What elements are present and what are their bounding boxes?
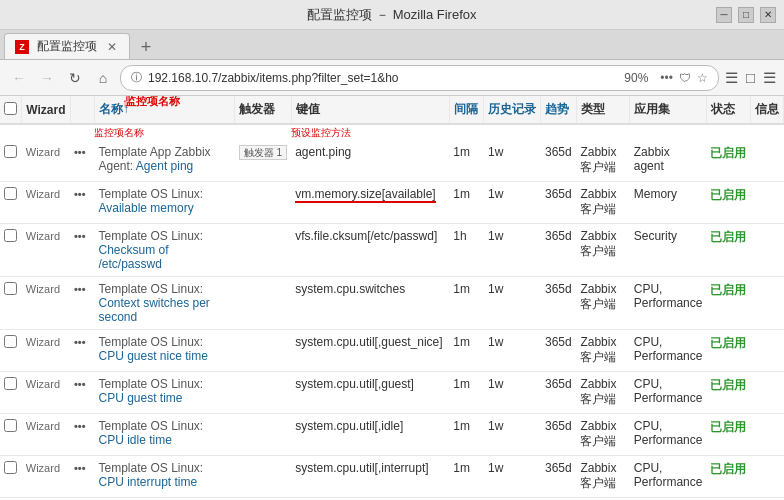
address-field[interactable]: ⓘ 192.168.10.7/zabbix/items.php?filter_s… — [120, 65, 719, 91]
item-trend: 365d — [545, 282, 572, 296]
th-trigger: 触发器 — [235, 96, 291, 124]
tabs-icon[interactable]: □ — [746, 69, 755, 86]
row-checkbox[interactable] — [4, 229, 17, 242]
title-bar: 配置监控项 － Mozilla Firefox ─ □ ✕ — [0, 0, 784, 30]
item-status: 已启用 — [710, 283, 746, 297]
item-type: Zabbix 客户端 — [580, 419, 616, 448]
item-history: 1w — [488, 145, 503, 159]
table-row: Wizard•••Template OS Linux: CPU interrup… — [0, 456, 784, 498]
item-interval: 1m — [453, 187, 470, 201]
item-status: 已启用 — [710, 336, 746, 350]
menu-icon[interactable]: ☰ — [763, 69, 776, 87]
row-actions-button[interactable]: ••• — [74, 188, 86, 200]
item-status: 已启用 — [710, 146, 746, 160]
row-checkbox[interactable] — [4, 461, 17, 474]
th-interval: 间隔 — [449, 96, 484, 124]
item-key: vfs.file.cksum[/etc/passwd] — [295, 229, 437, 243]
active-tab[interactable]: Z 配置监控项 ✕ — [4, 33, 130, 59]
annotation-col-name: 监控项名称 — [125, 96, 180, 109]
item-appset: Zabbix agent — [634, 145, 670, 173]
item-trend: 365d — [545, 377, 572, 391]
minimize-button[interactable]: ─ — [716, 7, 732, 23]
item-name-link[interactable]: Available memory — [98, 201, 193, 215]
lock-icon: ⓘ — [131, 70, 142, 85]
tab-favicon: Z — [15, 40, 29, 54]
item-trend: 365d — [545, 419, 572, 433]
item-appset: Memory — [634, 187, 677, 201]
row-actions-button[interactable]: ••• — [74, 462, 86, 474]
star-icon[interactable]: ☆ — [697, 71, 708, 85]
item-name-link[interactable]: CPU idle time — [98, 433, 171, 447]
zoom-badge: 90% — [618, 71, 654, 85]
item-history: 1w — [488, 419, 503, 433]
refresh-button[interactable]: ↻ — [64, 67, 86, 89]
th-trend: 趋势 — [541, 96, 576, 124]
item-type: Zabbix 客户端 — [580, 282, 616, 311]
item-status: 已启用 — [710, 230, 746, 244]
th-dots — [70, 96, 94, 124]
row-checkbox[interactable] — [4, 145, 17, 158]
row-checkbox[interactable] — [4, 377, 17, 390]
item-name-link[interactable]: CPU guest nice time — [98, 349, 207, 363]
item-key: system.cpu.util[,interrupt] — [295, 461, 428, 475]
new-tab-button[interactable]: + — [134, 35, 158, 59]
item-appset: CPU, Performance — [634, 335, 703, 363]
back-button[interactable]: ← — [8, 67, 30, 89]
annotation-name-text: 监控项名称 — [94, 127, 144, 138]
item-type: Zabbix 客户端 — [580, 187, 616, 216]
table-row: Wizard•••Template OS Linux: Available me… — [0, 182, 784, 224]
forward-button[interactable]: → — [36, 67, 58, 89]
th-history: 历史记录 — [484, 96, 541, 124]
item-history: 1w — [488, 335, 503, 349]
item-status: 已启用 — [710, 188, 746, 202]
item-key: system.cpu.util[,guest] — [295, 377, 414, 391]
th-name[interactable]: 名称↑ 监控项名称 — [94, 96, 234, 124]
row-checkbox[interactable] — [4, 282, 17, 295]
wizard-icon: Wizard — [26, 188, 60, 200]
item-status: 已启用 — [710, 420, 746, 434]
table-row: Wizard•••Template OS Linux: CPU idle tim… — [0, 414, 784, 456]
item-trend: 365d — [545, 229, 572, 243]
th-info: 信息 — [750, 96, 783, 124]
row-checkbox[interactable] — [4, 335, 17, 348]
maximize-button[interactable]: □ — [738, 7, 754, 23]
item-trend: 365d — [545, 335, 572, 349]
item-history: 1w — [488, 377, 503, 391]
row-actions-button[interactable]: ••• — [74, 146, 86, 158]
ellipsis-icon[interactable]: ••• — [660, 71, 673, 85]
close-button[interactable]: ✕ — [760, 7, 776, 23]
th-type: 类型 — [576, 96, 629, 124]
row-actions-button[interactable]: ••• — [74, 230, 86, 242]
item-name-link[interactable]: CPU interrupt time — [98, 475, 197, 489]
row-actions-button[interactable]: ••• — [74, 420, 86, 432]
wizard-icon: Wizard — [26, 146, 60, 158]
item-name-link[interactable]: Agent ping — [136, 159, 193, 173]
item-name-prefix: Template OS Linux: — [98, 229, 203, 243]
item-type: Zabbix 客户端 — [580, 335, 616, 364]
annotation-key-text: 预设监控方法 — [291, 127, 351, 138]
item-name-link[interactable]: Context switches per second — [98, 296, 209, 324]
row-actions-button[interactable]: ••• — [74, 336, 86, 348]
item-type: Zabbix 客户端 — [580, 461, 616, 490]
items-table: Wizard 名称↑ 监控项名称 触发器 键值 间隔 历史记录 趋势 类型 应用… — [0, 96, 784, 500]
row-actions-button[interactable]: ••• — [74, 378, 86, 390]
sidebar-icon[interactable]: ☰ — [725, 69, 738, 87]
item-trend: 365d — [545, 461, 572, 475]
row-checkbox[interactable] — [4, 187, 17, 200]
th-appset: 应用集 — [630, 96, 707, 124]
item-appset: CPU, Performance — [634, 419, 703, 447]
select-all-checkbox[interactable] — [4, 102, 17, 115]
home-button[interactable]: ⌂ — [92, 67, 114, 89]
item-type: Zabbix 客户端 — [580, 145, 616, 174]
tab-close-button[interactable]: ✕ — [105, 40, 119, 54]
item-status: 已启用 — [710, 462, 746, 476]
wizard-icon: Wizard — [26, 230, 60, 242]
window-controls: ─ □ ✕ — [716, 7, 776, 23]
item-name-link[interactable]: CPU guest time — [98, 391, 182, 405]
trigger-badge[interactable]: 触发器 1 — [239, 145, 287, 160]
row-checkbox[interactable] — [4, 419, 17, 432]
row-actions-button[interactable]: ••• — [74, 283, 86, 295]
item-appset: Security — [634, 229, 677, 243]
item-name-link[interactable]: Checksum of /etc/passwd — [98, 243, 168, 271]
item-history: 1w — [488, 461, 503, 475]
